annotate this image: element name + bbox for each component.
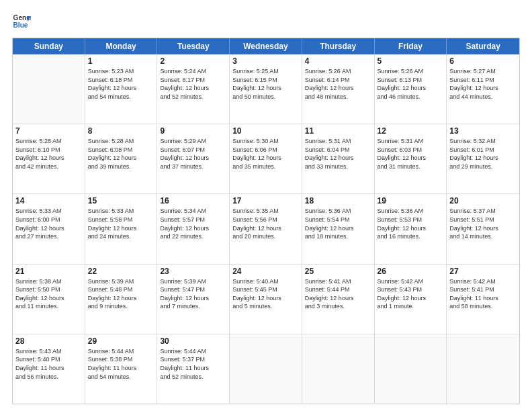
day-number: 20	[449, 196, 517, 205]
day-number: 17	[232, 196, 299, 205]
day-cell-7: 7Sunrise: 5:28 AMSunset: 6:10 PMDaylight…	[13, 124, 85, 193]
header-day-saturday: Saturday	[447, 38, 519, 54]
day-cell-3: 3Sunrise: 5:25 AMSunset: 6:15 PMDaylight…	[230, 54, 302, 124]
day-info: Sunrise: 5:35 AMSunset: 5:56 PMDaylight:…	[232, 207, 299, 240]
day-info: Sunrise: 5:33 AMSunset: 6:00 PMDaylight:…	[15, 207, 82, 240]
day-cell-17: 17Sunrise: 5:35 AMSunset: 5:56 PMDayligh…	[230, 194, 302, 263]
day-info: Sunrise: 5:24 AMSunset: 6:17 PMDaylight:…	[160, 67, 226, 101]
empty-cell	[375, 334, 447, 404]
day-info: Sunrise: 5:37 AMSunset: 5:51 PMDaylight:…	[449, 207, 517, 240]
day-cell-14: 14Sunrise: 5:33 AMSunset: 6:00 PMDayligh…	[13, 194, 85, 263]
day-info: Sunrise: 5:42 AMSunset: 5:41 PMDaylight:…	[449, 277, 517, 311]
day-info: Sunrise: 5:39 AMSunset: 5:47 PMDaylight:…	[160, 277, 226, 311]
day-number: 26	[378, 267, 444, 276]
day-cell-21: 21Sunrise: 5:38 AMSunset: 5:50 PMDayligh…	[13, 265, 85, 334]
day-info: Sunrise: 5:42 AMSunset: 5:43 PMDaylight:…	[378, 277, 444, 311]
day-cell-18: 18Sunrise: 5:36 AMSunset: 5:54 PMDayligh…	[302, 194, 375, 263]
logo: General Blue	[12, 12, 31, 31]
logo-icon: General Blue	[12, 12, 31, 31]
day-info: Sunrise: 5:26 AMSunset: 6:13 PMDaylight:…	[378, 67, 444, 101]
week-row-4: 21Sunrise: 5:38 AMSunset: 5:50 PMDayligh…	[13, 265, 519, 334]
day-cell-2: 2Sunrise: 5:24 AMSunset: 6:17 PMDaylight…	[157, 54, 230, 124]
day-number: 11	[305, 126, 371, 136]
day-cell-13: 13Sunrise: 5:32 AMSunset: 6:01 PMDayligh…	[447, 124, 519, 193]
day-number: 27	[449, 267, 517, 276]
header-day-monday: Monday	[85, 38, 158, 54]
day-cell-30: 30Sunrise: 5:44 AMSunset: 5:37 PMDayligh…	[157, 334, 230, 404]
week-row-3: 14Sunrise: 5:33 AMSunset: 6:00 PMDayligh…	[13, 194, 519, 264]
empty-cell	[13, 54, 85, 124]
day-info: Sunrise: 5:32 AMSunset: 6:01 PMDaylight:…	[449, 137, 517, 171]
day-number: 13	[449, 126, 517, 136]
day-number: 6	[449, 56, 517, 66]
day-info: Sunrise: 5:40 AMSunset: 5:45 PMDaylight:…	[232, 277, 299, 311]
day-number: 24	[232, 267, 299, 276]
day-cell-16: 16Sunrise: 5:34 AMSunset: 5:57 PMDayligh…	[157, 194, 230, 263]
day-info: Sunrise: 5:26 AMSunset: 6:14 PMDaylight:…	[305, 67, 371, 101]
day-cell-25: 25Sunrise: 5:41 AMSunset: 5:44 PMDayligh…	[302, 265, 375, 334]
day-number: 28	[15, 336, 82, 346]
calendar-header: SundayMondayTuesdayWednesdayThursdayFrid…	[13, 38, 519, 54]
empty-cell	[230, 334, 302, 404]
day-info: Sunrise: 5:27 AMSunset: 6:11 PMDaylight:…	[449, 67, 517, 101]
day-cell-26: 26Sunrise: 5:42 AMSunset: 5:43 PMDayligh…	[375, 265, 447, 334]
day-number: 25	[305, 267, 371, 276]
week-row-2: 7Sunrise: 5:28 AMSunset: 6:10 PMDaylight…	[13, 124, 519, 194]
day-cell-24: 24Sunrise: 5:40 AMSunset: 5:45 PMDayligh…	[230, 265, 302, 334]
day-cell-11: 11Sunrise: 5:31 AMSunset: 6:04 PMDayligh…	[302, 124, 375, 193]
day-number: 7	[15, 126, 82, 136]
day-cell-29: 29Sunrise: 5:44 AMSunset: 5:38 PMDayligh…	[85, 334, 158, 404]
day-cell-6: 6Sunrise: 5:27 AMSunset: 6:11 PMDaylight…	[447, 54, 519, 124]
day-number: 21	[15, 267, 82, 276]
day-info: Sunrise: 5:25 AMSunset: 6:15 PMDaylight:…	[232, 67, 299, 101]
day-cell-12: 12Sunrise: 5:31 AMSunset: 6:03 PMDayligh…	[375, 124, 447, 193]
day-cell-4: 4Sunrise: 5:26 AMSunset: 6:14 PMDaylight…	[302, 54, 375, 124]
day-info: Sunrise: 5:28 AMSunset: 6:10 PMDaylight:…	[15, 137, 82, 171]
day-number: 1	[88, 56, 154, 66]
day-info: Sunrise: 5:39 AMSunset: 5:48 PMDaylight:…	[88, 277, 154, 311]
day-info: Sunrise: 5:30 AMSunset: 6:06 PMDaylight:…	[232, 137, 299, 171]
header-day-friday: Friday	[375, 38, 447, 54]
day-cell-10: 10Sunrise: 5:30 AMSunset: 6:06 PMDayligh…	[230, 124, 302, 193]
day-info: Sunrise: 5:31 AMSunset: 6:03 PMDaylight:…	[378, 137, 444, 171]
svg-text:Blue: Blue	[13, 21, 28, 29]
header-day-wednesday: Wednesday	[230, 38, 302, 54]
day-info: Sunrise: 5:29 AMSunset: 6:07 PMDaylight:…	[160, 137, 226, 171]
day-number: 30	[160, 336, 226, 346]
day-number: 3	[232, 56, 299, 66]
header-day-tuesday: Tuesday	[157, 38, 230, 54]
day-info: Sunrise: 5:41 AMSunset: 5:44 PMDaylight:…	[305, 277, 371, 311]
day-number: 14	[15, 196, 82, 205]
day-number: 19	[378, 196, 444, 205]
day-info: Sunrise: 5:36 AMSunset: 5:54 PMDaylight:…	[305, 207, 371, 240]
day-info: Sunrise: 5:38 AMSunset: 5:50 PMDaylight:…	[15, 277, 82, 311]
day-cell-23: 23Sunrise: 5:39 AMSunset: 5:47 PMDayligh…	[157, 265, 230, 334]
day-number: 16	[160, 196, 226, 205]
day-number: 4	[305, 56, 371, 66]
week-row-5: 28Sunrise: 5:43 AMSunset: 5:40 PMDayligh…	[13, 334, 519, 404]
empty-cell	[447, 334, 519, 404]
day-number: 10	[232, 126, 299, 136]
day-number: 18	[305, 196, 371, 205]
week-row-1: 1Sunrise: 5:23 AMSunset: 6:18 PMDaylight…	[13, 54, 519, 124]
day-number: 12	[378, 126, 444, 136]
day-cell-9: 9Sunrise: 5:29 AMSunset: 6:07 PMDaylight…	[157, 124, 230, 193]
day-info: Sunrise: 5:44 AMSunset: 5:37 PMDaylight:…	[160, 347, 226, 381]
day-number: 9	[160, 126, 226, 136]
day-info: Sunrise: 5:33 AMSunset: 5:58 PMDaylight:…	[88, 207, 154, 240]
day-number: 2	[160, 56, 226, 66]
day-cell-22: 22Sunrise: 5:39 AMSunset: 5:48 PMDayligh…	[85, 265, 158, 334]
day-info: Sunrise: 5:34 AMSunset: 5:57 PMDaylight:…	[160, 207, 226, 240]
calendar: SundayMondayTuesdayWednesdayThursdayFrid…	[12, 38, 520, 404]
day-number: 8	[88, 126, 154, 136]
day-number: 29	[88, 336, 154, 346]
day-cell-19: 19Sunrise: 5:36 AMSunset: 5:53 PMDayligh…	[375, 194, 447, 263]
day-cell-5: 5Sunrise: 5:26 AMSunset: 6:13 PMDaylight…	[375, 54, 447, 124]
day-number: 23	[160, 267, 226, 276]
day-info: Sunrise: 5:44 AMSunset: 5:38 PMDaylight:…	[88, 347, 154, 381]
header-day-sunday: Sunday	[13, 38, 85, 54]
day-number: 15	[88, 196, 154, 205]
empty-cell	[302, 334, 375, 404]
day-info: Sunrise: 5:28 AMSunset: 6:08 PMDaylight:…	[88, 137, 154, 171]
calendar-body: 1Sunrise: 5:23 AMSunset: 6:18 PMDaylight…	[13, 54, 519, 404]
